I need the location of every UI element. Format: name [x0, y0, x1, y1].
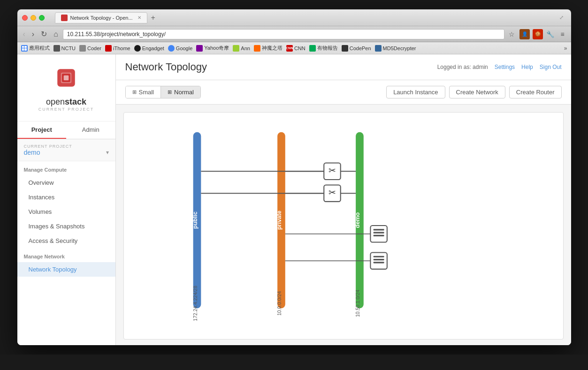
bookmark-yahoo[interactable]: Yahoo奇摩 [196, 45, 229, 52]
view-small-button[interactable]: ⊞ Small [126, 86, 161, 98]
bookmark-ann[interactable]: Ann [233, 45, 250, 52]
bookmark-ithome[interactable]: iThome [105, 45, 130, 52]
bookmark-codepen-icon [342, 45, 348, 52]
small-grid-icon: ⊞ [132, 89, 137, 95]
bookmark-youwu-label: 有物報告 [317, 45, 338, 52]
url-text: 10.211.55.38/project/network_topology/ [67, 31, 166, 38]
sign-out-link[interactable]: Sign Out [540, 64, 562, 70]
bookmark-google-icon [168, 45, 175, 52]
topology-svg: public private demo 172.24.4.224/28 10.0… [124, 113, 563, 338]
create-router-button[interactable]: Create Router [509, 86, 562, 98]
maximize-button[interactable] [39, 15, 45, 21]
menu-icon[interactable]: ≡ [558, 30, 567, 39]
bookmark-nctu[interactable]: NCTU [53, 45, 76, 52]
current-project-label: CURRENT PROJECT [24, 144, 109, 149]
forward-button[interactable]: › [30, 29, 36, 39]
extension-icon[interactable]: 🍪 [533, 29, 543, 39]
current-project-selector[interactable]: demo ▾ [24, 149, 109, 156]
bookmarks-more[interactable]: » [564, 45, 567, 52]
bookmark-md5-icon [375, 45, 382, 52]
address-bar-row: ‹ › ↻ ⌂ 10.211.55.38/project/network_top… [17, 26, 571, 42]
instance2-box[interactable] [370, 252, 387, 269]
bookmark-shenmo-icon [254, 45, 260, 52]
bookmark-md5[interactable]: MD5Decrypter [375, 45, 416, 52]
launch-instance-button[interactable]: Launch Instance [386, 86, 445, 98]
tab-favicon [61, 15, 68, 21]
bookmark-apps[interactable]: 應用程式 [21, 45, 50, 52]
sidebar-item-network-topology[interactable]: Network Topology [17, 262, 115, 277]
bookmark-youwu[interactable]: 有物報告 [309, 45, 338, 52]
bookmark-nctu-icon [53, 45, 60, 52]
logged-in-as: Logged in as: admin [437, 64, 488, 70]
bookmark-engadget[interactable]: Engadget [134, 45, 164, 52]
minimize-button[interactable] [31, 15, 36, 21]
tools-icon[interactable]: 🔧 [546, 30, 555, 39]
bookmark-codepen[interactable]: CodePen [342, 45, 371, 52]
mac-window: Network Topology - Open... ✕ + ⤢ ‹ › ↻ ⌂… [17, 9, 571, 345]
close-button[interactable] [22, 15, 28, 21]
sidebar-item-access-security[interactable]: Access & Security [17, 234, 115, 248]
router2-icon: ✂ [328, 188, 336, 197]
reload-button[interactable]: ↻ [39, 29, 49, 39]
public-subnet-label: 172.24.4.224/28 [192, 286, 198, 321]
star-icon[interactable]: ☆ [507, 30, 517, 39]
sidebar-item-instances[interactable]: Instances [17, 190, 115, 204]
new-tab-button[interactable]: + [149, 14, 157, 22]
bookmark-codepen-label: CodePen [350, 45, 371, 51]
help-link[interactable]: Help [521, 64, 533, 70]
view-normal-button[interactable]: ⊞ Normal [161, 86, 200, 98]
openstack-logo-icon [52, 64, 80, 92]
private-network-label: private [276, 211, 283, 230]
bookmark-cnn-icon: CNN [286, 45, 293, 52]
bookmark-shenmo[interactable]: 神魔之塔 [254, 45, 283, 52]
demo-subnet-label: 10.50.1.0/24 [355, 290, 360, 317]
main-content: Network Topology Logged in as: admin Set… [116, 54, 571, 345]
resize-icon[interactable]: ⤢ [557, 13, 566, 23]
sidebar-tabs: Project Admin [17, 121, 115, 139]
bookmarks-bar: 應用程式 NCTU Coder iThome Engadget Google Y… [17, 42, 571, 54]
manage-network-title: Manage Network [17, 248, 115, 262]
browser-tab[interactable]: Network Topology - Open... ✕ [55, 12, 147, 23]
sidebar-item-volumes[interactable]: Volumes [17, 204, 115, 219]
topology-area: public private demo 172.24.4.224/28 10.0… [123, 112, 564, 340]
sidebar-tab-project[interactable]: Project [17, 121, 67, 139]
toolbar-icons: ☆ 👤 🍪 🔧 ≡ [507, 29, 567, 39]
home-button[interactable]: ⌂ [52, 29, 60, 39]
instance2-icon-bar1 [373, 256, 384, 257]
header-user-info: Logged in as: admin Settings Help Sign O… [437, 64, 562, 70]
project-dropdown-arrow: ▾ [106, 149, 109, 156]
instance1-icon-bar3 [373, 235, 384, 236]
sidebar-logo: open stack CURRENT PROJECT [17, 54, 115, 121]
public-network-label: public [192, 211, 199, 229]
sidebar-tab-admin[interactable]: Admin [66, 121, 115, 139]
profile-icon[interactable]: 👤 [519, 29, 530, 39]
view-toggle: ⊞ Small ⊞ Normal [125, 86, 201, 98]
action-buttons: Launch Instance Create Network Create Ro… [386, 86, 561, 98]
instance1-box[interactable] [370, 226, 387, 242]
openstack-stack: stack [65, 97, 86, 107]
sidebar-item-images-snapshots[interactable]: Images & Snapshots [17, 219, 115, 234]
svg-rect-4 [64, 76, 69, 81]
page-title: Network Topology [125, 61, 207, 73]
bookmark-ithome-icon [105, 45, 112, 52]
bookmark-apps-icon [21, 45, 28, 52]
tab-close-icon[interactable]: ✕ [137, 15, 141, 20]
bookmark-cnn[interactable]: CNN CNN [286, 45, 305, 52]
instance2-icon-bar2 [373, 259, 384, 260]
create-network-button[interactable]: Create Network [449, 86, 505, 98]
bookmark-coder[interactable]: Coder [79, 45, 101, 52]
bookmark-yahoo-icon [196, 45, 203, 52]
current-project-name: demo [24, 149, 40, 156]
manage-compute-title: Manage Compute [17, 161, 115, 175]
titlebar: Network Topology - Open... ✕ + ⤢ [17, 9, 571, 26]
address-box[interactable]: 10.211.55.38/project/network_topology/ [63, 29, 504, 39]
bookmark-yahoo-label: Yahoo奇摩 [204, 45, 229, 52]
bookmark-apps-label: 應用程式 [29, 45, 50, 52]
sidebar-item-overview[interactable]: Overview [17, 175, 115, 190]
browser-content: open stack CURRENT PROJECT Project Admin… [17, 54, 571, 345]
tab-bar: Network Topology - Open... ✕ + [55, 12, 554, 23]
bookmark-coder-icon [79, 45, 86, 52]
bookmark-google[interactable]: Google [168, 45, 192, 52]
settings-link[interactable]: Settings [495, 64, 515, 70]
back-button[interactable]: ‹ [21, 29, 27, 39]
